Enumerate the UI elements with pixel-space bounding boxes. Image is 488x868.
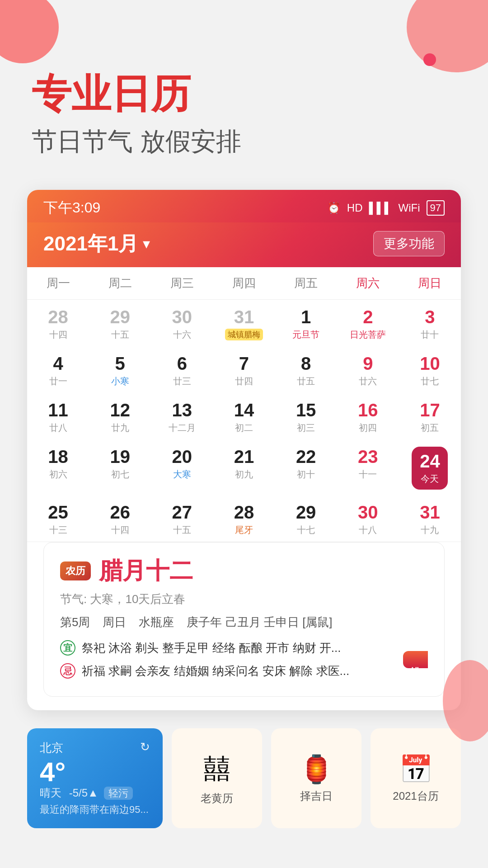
lunar-info-card: 农历 腊月十二 节气: 大寒，10天后立春 第5周周日水瓶座庚子年 己丑月 壬申…	[43, 542, 445, 697]
day-sub: 初六	[49, 468, 67, 481]
lunar-jieqi: 节气: 大寒，10天后立春	[60, 591, 428, 607]
calendar-day-cell[interactable]: 12廿九	[89, 393, 151, 439]
dot-decoration	[423, 53, 436, 66]
weather-card: 北京 ↻ 4° 晴天 -5/5▲ 轻污 最近的降雨带在南边95...	[27, 728, 163, 828]
day-sub: 十六	[173, 329, 191, 341]
day-sub: 初四	[359, 422, 377, 434]
hero-subtitle: 节日节气 放假安排	[32, 125, 456, 158]
calendar-day-cell[interactable]: 1元旦节	[275, 300, 337, 346]
lunar-activity-wrap: 宜 祭祀 沐浴 剃头 整手足甲 经络 酝酿 开市 纳财 开... 忌 祈福 求嗣…	[60, 639, 428, 680]
calendar-day-cell[interactable]: 29十五	[89, 300, 151, 346]
weather-refresh-icon[interactable]: ↻	[140, 740, 150, 756]
day-number: 15	[296, 400, 316, 420]
day-sub: 廿三	[173, 375, 191, 387]
day-sub: 城镇腊梅	[225, 329, 263, 340]
day-sub: 十一	[359, 468, 377, 481]
today-sub: 今天	[421, 473, 439, 485]
day-number: 10	[420, 354, 440, 373]
tile-icon: 📅	[399, 753, 433, 785]
signal-bars-icon: ▌▌▌	[369, 202, 392, 214]
tile-label: 老黄历	[201, 791, 233, 806]
calendar-day-cell[interactable]: 24今天	[399, 439, 461, 495]
bottom-row: 北京 ↻ 4° 晴天 -5/5▲ 轻污 最近的降雨带在南边95... 囍老黄历🏮…	[27, 728, 461, 828]
more-functions-button[interactable]: 更多功能	[373, 231, 445, 256]
calendar-day-cell[interactable]: 5小寒	[89, 346, 151, 393]
day-number: 25	[48, 502, 68, 522]
status-icons: ⏰ HD ▌▌▌ WiFi 97	[327, 200, 445, 216]
calendar-day-cell[interactable]: 17初五	[399, 393, 461, 439]
tile-icon: 🏮	[300, 753, 333, 785]
wifi-icon: WiFi	[399, 202, 420, 214]
calendar-day-cell[interactable]: 20大寒	[151, 439, 213, 495]
month-label: 2021年1月	[43, 231, 138, 257]
pick-day-button[interactable]: 挑吉日	[403, 651, 428, 668]
day-sub: 廿六	[359, 375, 377, 387]
day-sub: 初七	[111, 468, 129, 481]
calendar-day-cell[interactable]: 26十四	[89, 495, 151, 542]
calendar-day-cell[interactable]: 4廿一	[27, 346, 89, 393]
lunar-meta: 第5周周日水瓶座庚子年 己丑月 壬申日 [属鼠]	[60, 614, 428, 630]
calendar-day-cell[interactable]: 2日光菩萨	[337, 300, 399, 346]
weather-temp: 4°	[40, 759, 150, 786]
calendar-day-cell[interactable]: 27十五	[151, 495, 213, 542]
day-sub: 十五	[173, 524, 191, 536]
day-number: 11	[48, 400, 68, 420]
calendar-day-cell[interactable]: 11廿八	[27, 393, 89, 439]
day-number: 19	[110, 447, 130, 467]
day-number: 29	[110, 307, 130, 327]
calendar-day-cell[interactable]: 19初七	[89, 439, 151, 495]
day-number: 9	[363, 354, 373, 373]
calendar-day-cell[interactable]: 8廿五	[275, 346, 337, 393]
calendar-header: 2021年1月 ▾ 更多功能	[27, 222, 461, 267]
ji-icon: 忌	[60, 663, 75, 679]
calendar-day-cell[interactable]: 9廿六	[337, 346, 399, 393]
calendar-day-cell[interactable]: 30十八	[337, 495, 399, 542]
signal-hd-icon: HD	[347, 202, 363, 214]
day-number: 13	[172, 400, 192, 420]
calendar-day-cell[interactable]: 16初四	[337, 393, 399, 439]
month-selector[interactable]: 2021年1月 ▾	[43, 231, 150, 257]
tile-label: 择吉日	[300, 789, 333, 803]
day-number: 4	[53, 354, 63, 373]
calendar-day-cell[interactable]: 18初六	[27, 439, 89, 495]
lunar-meta-item: 第5周	[60, 614, 90, 630]
day-sub: 廿七	[421, 375, 439, 387]
day-number: 31	[234, 307, 254, 327]
calendar-day-cell[interactable]: 14初二	[213, 393, 275, 439]
day-sub: 元旦节	[292, 329, 319, 341]
icon-tiles: 囍老黄历🏮择吉日📅2021台历	[172, 728, 461, 828]
month-dropdown-icon[interactable]: ▾	[143, 235, 150, 252]
day-sub: 大寒	[173, 468, 191, 481]
calendar-day-cell[interactable]: 31十九	[399, 495, 461, 542]
icon-tile-1[interactable]: 🏮择吉日	[271, 728, 361, 828]
calendar-day-cell[interactable]: 7廿四	[213, 346, 275, 393]
calendar-day-cell[interactable]: 22初十	[275, 439, 337, 495]
weather-quality: 轻污	[104, 787, 133, 800]
day-sub: 初九	[235, 468, 253, 481]
calendar-day-cell[interactable]: 25十三	[27, 495, 89, 542]
calendar-day-cell[interactable]: 23十一	[337, 439, 399, 495]
calendar-day-cell[interactable]: 30十六	[151, 300, 213, 346]
calendar-day-cell[interactable]: 10廿七	[399, 346, 461, 393]
calendar-day-cell[interactable]: 6廿三	[151, 346, 213, 393]
day-sub: 廿十	[421, 329, 439, 341]
calendar-day-cell[interactable]: 28尾牙	[213, 495, 275, 542]
day-number: 26	[110, 502, 130, 522]
calendar-day-cell[interactable]: 28十四	[27, 300, 89, 346]
day-number: 18	[48, 447, 68, 467]
day-number: 20	[172, 447, 192, 467]
icon-tile-0[interactable]: 囍老黄历	[172, 728, 262, 828]
calendar-day-cell[interactable]: 29十七	[275, 495, 337, 542]
tile-label: 2021台历	[393, 789, 438, 803]
weekday-header: 周一周二周三周四周五周六周日	[27, 267, 461, 300]
day-sub: 十八	[359, 524, 377, 536]
calendar-day-cell[interactable]: 21初九	[213, 439, 275, 495]
calendar-day-cell[interactable]: 13十二月	[151, 393, 213, 439]
day-number: 30	[172, 307, 192, 327]
calendar-day-cell[interactable]: 3廿十	[399, 300, 461, 346]
icon-tile-2[interactable]: 📅2021台历	[371, 728, 461, 828]
day-number: 30	[358, 502, 378, 522]
calendar-day-cell[interactable]: 31城镇腊梅	[213, 300, 275, 346]
day-number: 6	[177, 354, 187, 373]
calendar-day-cell[interactable]: 15初三	[275, 393, 337, 439]
